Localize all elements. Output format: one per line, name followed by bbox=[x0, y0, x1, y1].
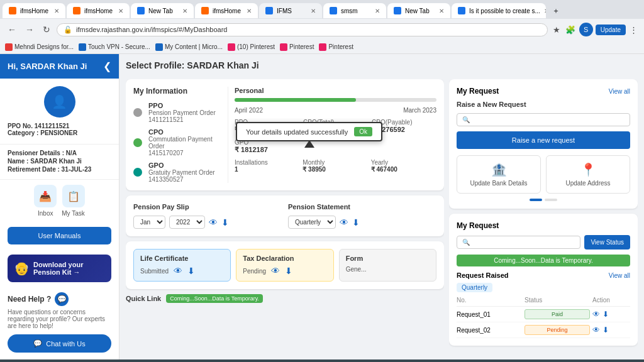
update-bank-action[interactable]: 🏦 Update Bank Details bbox=[457, 155, 541, 194]
sidebar: Hi, SARDAR Khan Ji ❮ 👤 PPO No. 141121152… bbox=[0, 54, 119, 359]
name-row: Name : SARDAR Khan Ji bbox=[8, 158, 111, 165]
category-value: PENSIONER bbox=[40, 129, 77, 136]
tab-close-8[interactable]: ✕ bbox=[544, 8, 546, 14]
tab-close-7[interactable]: ✕ bbox=[439, 8, 444, 14]
reload-button[interactable]: ↻ bbox=[40, 23, 53, 36]
profile-icon[interactable]: S bbox=[579, 23, 593, 36]
life-cert-view-button[interactable]: 👁 bbox=[174, 266, 182, 276]
bookmark-icon-5 bbox=[280, 43, 287, 51]
statement-type-select[interactable]: Quarterly bbox=[288, 216, 336, 229]
table-header: No. Status Action bbox=[457, 294, 630, 307]
request-search-input[interactable] bbox=[472, 116, 625, 123]
status-search-box[interactable]: 🔍 bbox=[457, 236, 580, 249]
tab-close-3[interactable]: ✕ bbox=[182, 8, 187, 14]
tab-close-1[interactable]: ✕ bbox=[54, 8, 59, 14]
payslip-download-button[interactable]: ⬇ bbox=[221, 217, 229, 228]
status-search-input[interactable] bbox=[472, 239, 575, 246]
pension-kit-image: 👴 bbox=[14, 261, 30, 276]
notification-popup: Your details updated successfully Ok bbox=[236, 122, 382, 141]
request-status-title: My Request bbox=[457, 221, 499, 230]
request-search-box[interactable]: 🔍 bbox=[457, 113, 630, 126]
bookmark-3[interactable]: My Content | Micro... bbox=[155, 43, 223, 51]
cpo-sublabel: Commutation Payment Order bbox=[148, 136, 213, 150]
tab-favicon-2 bbox=[73, 7, 80, 14]
notification-arrow bbox=[304, 140, 314, 148]
user-manuals-button[interactable]: User Manuals bbox=[8, 227, 111, 244]
tab-2[interactable]: ifmsHome ✕ bbox=[67, 3, 130, 18]
forward-button[interactable]: → bbox=[23, 23, 36, 36]
bookmark-icon-2 bbox=[79, 43, 86, 51]
tax-decl-status: Pending 👁 ⬇ bbox=[243, 266, 326, 276]
address-bar[interactable]: 🔓 ifmsdev.rajasthan.gov.in/ifmspics/#/My… bbox=[57, 23, 548, 36]
quick-actions-grid: 🏦 Update Bank Details 📍 Update Address bbox=[457, 155, 630, 194]
task-icon: 📋 bbox=[62, 185, 85, 207]
bookmark-5[interactable]: Pinterest bbox=[280, 43, 314, 51]
update-address-action[interactable]: 📍 Update Address bbox=[546, 155, 630, 194]
cpo-val: 1415170207 bbox=[148, 150, 184, 156]
payslip-month-select[interactable]: Jan bbox=[133, 216, 165, 229]
inbox-button[interactable]: 📥 Inbox bbox=[34, 185, 57, 217]
tab-label-6: smsm bbox=[341, 8, 358, 14]
request-view-all[interactable]: View all bbox=[609, 272, 630, 279]
tab-close-4[interactable]: ✕ bbox=[247, 8, 252, 14]
update-button[interactable]: Update bbox=[596, 25, 626, 35]
sidebar-toggle-button[interactable]: ❮ bbox=[103, 60, 111, 72]
bookmark-4[interactable]: (10) Pinterest bbox=[228, 43, 275, 51]
req-02-view-button[interactable]: 👁 bbox=[592, 326, 600, 334]
tab-4[interactable]: ifmsHome ✕ bbox=[195, 3, 258, 18]
chat-with-us-button[interactable]: 💬 Chat with Us bbox=[8, 334, 111, 353]
view-all-link[interactable]: View all bbox=[609, 88, 630, 95]
tab-label-2: ifmsHome bbox=[84, 8, 113, 14]
gpo-info-item: GPO Gratuity Payment Order 1413350527 bbox=[133, 162, 221, 183]
my-task-button[interactable]: 📋 My Task bbox=[62, 185, 85, 217]
tab-7[interactable]: New Tab ✕ bbox=[387, 3, 450, 18]
my-request-header: My Request View all bbox=[457, 87, 630, 96]
tab-favicon-8 bbox=[458, 7, 465, 14]
req-02-download-button[interactable]: ⬇ bbox=[602, 326, 609, 334]
tab-1[interactable]: ifmsHome ✕ bbox=[3, 3, 65, 18]
bookmark-1[interactable]: Mehndi Designs for... bbox=[5, 43, 74, 51]
quarterly-filter: Quarterly bbox=[457, 283, 630, 292]
gpo-val: 1413350527 bbox=[148, 176, 184, 183]
tax-decl-download-button[interactable]: ⬇ bbox=[285, 266, 292, 276]
payslip-year-select[interactable]: 2022 bbox=[169, 216, 205, 229]
pension-kit-banner[interactable]: 👴 Download your Pension Kit → bbox=[8, 255, 111, 282]
bookmark-label-5: Pinterest bbox=[289, 43, 314, 50]
req-01-download-button[interactable]: ⬇ bbox=[602, 310, 609, 319]
sidebar-quick-actions: 📥 Inbox 📋 My Task bbox=[0, 180, 119, 222]
life-cert-card: Life Certificate Submitted 👁 ⬇ bbox=[133, 249, 231, 282]
form-card: Form Gene... bbox=[339, 249, 436, 282]
bookmarks-icon[interactable]: ★ bbox=[552, 24, 562, 36]
address-text: ifmsdev.rajasthan.gov.in/ifmspics/#/MyDa… bbox=[76, 26, 541, 33]
tab-favicon-5 bbox=[265, 7, 273, 14]
tax-decl-view-button[interactable]: 👁 bbox=[271, 266, 280, 276]
extensions-icon[interactable]: 🧩 bbox=[564, 24, 577, 36]
statement-view-button[interactable]: 👁 bbox=[340, 217, 348, 228]
tab-5-active[interactable]: IFMS ✕ bbox=[259, 3, 322, 18]
tab-close-5[interactable]: ✕ bbox=[311, 8, 316, 14]
tab-3[interactable]: New Tab ✕ bbox=[131, 3, 194, 18]
tab-8[interactable]: Is it possible to create s... ✕ bbox=[452, 3, 546, 18]
bookmark-6[interactable]: Pinterest bbox=[319, 43, 353, 51]
bookmark-2[interactable]: Touch VPN - Secure... bbox=[79, 43, 150, 51]
new-tab-button[interactable]: ＋ bbox=[547, 3, 565, 18]
statement-download-button[interactable]: ⬇ bbox=[352, 217, 360, 228]
search-icon: 🔍 bbox=[462, 116, 470, 123]
raise-new-request-button[interactable]: Raise a new request bbox=[457, 131, 630, 149]
table-row-2: Request_02 Pending 👁 ⬇ bbox=[457, 322, 630, 338]
req-01-view-button[interactable]: 👁 bbox=[592, 310, 600, 319]
view-status-button[interactable]: View Status bbox=[584, 235, 630, 250]
tab-close-2[interactable]: ✕ bbox=[118, 8, 123, 14]
menu-icon[interactable]: ⋮ bbox=[628, 24, 639, 36]
tab-close-6[interactable]: ✕ bbox=[375, 8, 380, 14]
notification-ok-button[interactable]: Ok bbox=[354, 127, 372, 136]
life-cert-download-button[interactable]: ⬇ bbox=[187, 266, 195, 276]
user-profile-section: 👤 PPO No. 1411211521 Category : PENSIONE… bbox=[0, 79, 119, 145]
tab-6[interactable]: smsm ✕ bbox=[323, 3, 386, 18]
tab-label-4: ifmsHome bbox=[213, 8, 241, 14]
bookmark-label-1: Mehndi Designs for... bbox=[14, 43, 74, 50]
payslip-view-button[interactable]: 👁 bbox=[209, 217, 218, 228]
request-status-row: 🔍 View Status bbox=[457, 235, 630, 250]
tab-label-1: ifmsHome bbox=[20, 8, 48, 14]
back-button[interactable]: ← bbox=[5, 23, 19, 36]
